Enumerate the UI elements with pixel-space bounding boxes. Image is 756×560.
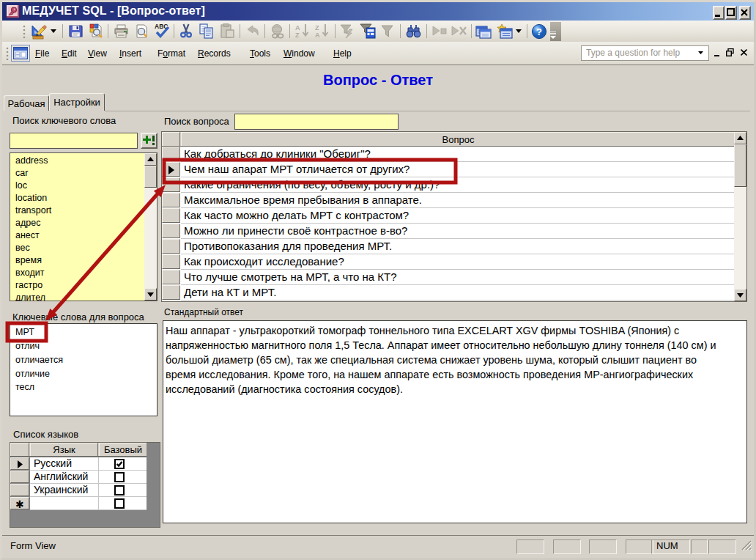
svg-text:?: ? [536, 26, 542, 37]
svg-text:A: A [295, 24, 300, 32]
svg-text:Z: Z [315, 24, 319, 32]
svg-text:A: A [315, 32, 320, 39]
svg-text:Z: Z [295, 32, 300, 39]
